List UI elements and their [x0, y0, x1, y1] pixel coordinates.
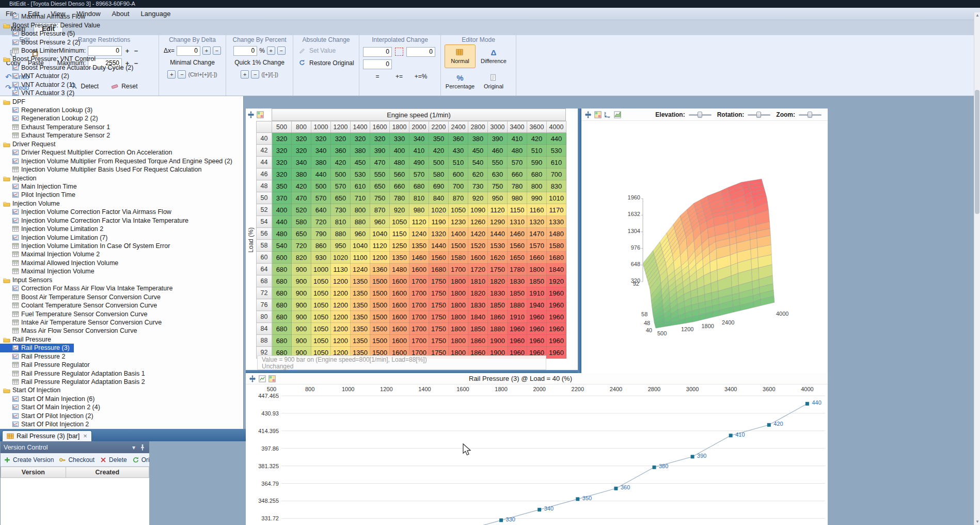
table-cell[interactable]: 1170 [547, 204, 566, 216]
table-cell[interactable]: 880 [331, 228, 351, 240]
table-cell[interactable]: 1500 [449, 240, 468, 252]
table-cell[interactable]: 1800 [449, 275, 468, 287]
table-cell[interactable]: 1910 [527, 287, 547, 299]
create-version-button[interactable]: Create Version [4, 456, 54, 464]
table-cell[interactable]: 1250 [390, 240, 409, 252]
table-cell[interactable]: 500 [429, 157, 449, 168]
table-cell[interactable]: 810 [331, 216, 351, 228]
table-cell[interactable]: 320 [272, 157, 292, 168]
table-cell[interactable]: 720 [292, 240, 311, 252]
tree-folder[interactable]: DPF [0, 97, 29, 105]
tree-item[interactable]: Maximal Allowed Injection Volume [0, 259, 122, 267]
column-header[interactable]: 2000 [409, 121, 429, 133]
table-cell[interactable]: 1560 [508, 240, 527, 252]
table-cell[interactable]: 400 [390, 145, 409, 157]
table-cell[interactable]: 1750 [429, 311, 449, 323]
column-header[interactable]: 1000 [311, 121, 331, 133]
tree-folder[interactable]: Boost Pressure: VNT Control [0, 55, 100, 63]
row-header[interactable]: 68 [257, 275, 272, 287]
table-cell[interactable]: 510 [527, 145, 547, 157]
table-cell[interactable]: 550 [488, 157, 508, 168]
table-cell[interactable]: 1800 [449, 287, 468, 299]
table-cell[interactable]: 480 [508, 145, 527, 157]
table-cell[interactable]: 410 [508, 133, 527, 145]
column-header[interactable]: 2800 [468, 121, 488, 133]
table-cell[interactable]: 1350 [390, 252, 409, 264]
table-cell[interactable]: 1840 [468, 311, 488, 323]
table-cell[interactable]: 330 [390, 133, 409, 145]
table-cell[interactable]: 1330 [547, 216, 566, 228]
table-cell[interactable]: 320 [272, 145, 292, 157]
row-header[interactable]: 50 [257, 192, 272, 204]
table-cell[interactable]: 1050 [449, 204, 468, 216]
table-cell[interactable]: 1440 [429, 240, 449, 252]
table-cell[interactable]: 950 [331, 240, 351, 252]
tree-item[interactable]: Rail Pressure 2 [0, 352, 69, 361]
table-cell[interactable]: 780 [508, 180, 527, 192]
table-cell[interactable]: 570 [331, 180, 351, 192]
table-cell[interactable]: 1750 [429, 323, 449, 335]
table-cell[interactable]: 920 [468, 192, 488, 204]
checkout-button[interactable]: Checkout [59, 456, 94, 464]
table-cell[interactable]: 650 [370, 180, 390, 192]
tree-folder[interactable]: Injection [0, 174, 41, 182]
tree-item[interactable]: Maximal Injection Volume 2 [0, 250, 104, 258]
table-cell[interactable]: 1260 [468, 216, 488, 228]
table-cell[interactable]: 1910 [508, 311, 527, 323]
table-cell[interactable]: 380 [468, 133, 488, 145]
row-header[interactable]: 44 [257, 157, 272, 168]
tree-item[interactable]: Injection Volume Correction Factor Via A… [0, 208, 176, 216]
tree-item[interactable]: Injection Volume Multiplier Basis Used F… [0, 165, 206, 174]
column-header[interactable]: 1600 [370, 121, 390, 133]
table-cell[interactable]: 680 [527, 168, 547, 180]
table-cell[interactable]: 570 [508, 157, 527, 168]
column-header[interactable]: 4000 [547, 121, 566, 133]
table-cell[interactable]: 540 [272, 240, 292, 252]
table-cell[interactable]: 320 [331, 133, 351, 145]
table-cell[interactable]: 470 [292, 192, 311, 204]
row-header[interactable]: 54 [257, 216, 272, 228]
table-cell[interactable]: 900 [292, 299, 311, 311]
tree-item[interactable]: VNT Actuator 3 (2) [0, 89, 78, 97]
table-cell[interactable]: 390 [488, 133, 508, 145]
table-cell[interactable]: 1820 [488, 275, 508, 287]
table-cell[interactable]: 1200 [331, 311, 351, 323]
table-view-icon[interactable] [594, 111, 602, 118]
orig-button[interactable]: Orig [132, 456, 149, 464]
table-cell[interactable]: 660 [508, 168, 527, 180]
table-cell[interactable]: 1200 [331, 287, 351, 299]
interpolate-add-percent-button[interactable]: +=% [411, 72, 431, 81]
swap-axes-icon[interactable] [604, 111, 611, 118]
table-cell[interactable]: 1750 [429, 335, 449, 347]
table-cell[interactable]: 1010 [547, 192, 566, 204]
table-cell[interactable]: 960 [370, 216, 390, 228]
table-cell[interactable]: 1100 [351, 252, 370, 264]
table-cell[interactable]: 1600 [390, 275, 409, 287]
tree-item[interactable]: Injection Volume Multiplier From Request… [0, 157, 236, 165]
table-cell[interactable]: 640 [311, 204, 331, 216]
mode-original-button[interactable]: Original [478, 70, 509, 94]
interpolate-value-3-input[interactable] [363, 59, 392, 69]
table-cell[interactable]: 1940 [527, 299, 547, 311]
table-cell[interactable]: 1850 [527, 275, 547, 287]
table-cell[interactable]: 1600 [390, 299, 409, 311]
table-cell[interactable]: 1120 [370, 240, 390, 252]
table-cell[interactable]: 1620 [488, 252, 508, 264]
table-cell[interactable]: 1500 [370, 335, 390, 347]
table-cell[interactable]: 410 [409, 145, 429, 157]
table-cell[interactable]: 1800 [449, 323, 468, 335]
row-header[interactable]: 76 [257, 299, 272, 311]
chart-view-icon[interactable] [259, 375, 266, 382]
tree-item[interactable]: Injection Volume Correction Factor Via I… [0, 217, 193, 225]
tree-item[interactable]: Correction For Mass Air Flow Via Intake … [0, 284, 177, 292]
column-header[interactable]: 1200 [331, 121, 351, 133]
table-cell[interactable]: 690 [429, 180, 449, 192]
table-cell[interactable]: 630 [488, 168, 508, 180]
tree-item[interactable]: Boost Limiter [0, 47, 63, 55]
table-cell[interactable]: 1020 [429, 204, 449, 216]
table-cell[interactable]: 1350 [351, 335, 370, 347]
table-cell[interactable]: 1500 [370, 311, 390, 323]
table-cell[interactable]: 440 [272, 216, 292, 228]
row-header[interactable]: 60 [257, 252, 272, 264]
table-cell[interactable]: 680 [272, 287, 292, 299]
